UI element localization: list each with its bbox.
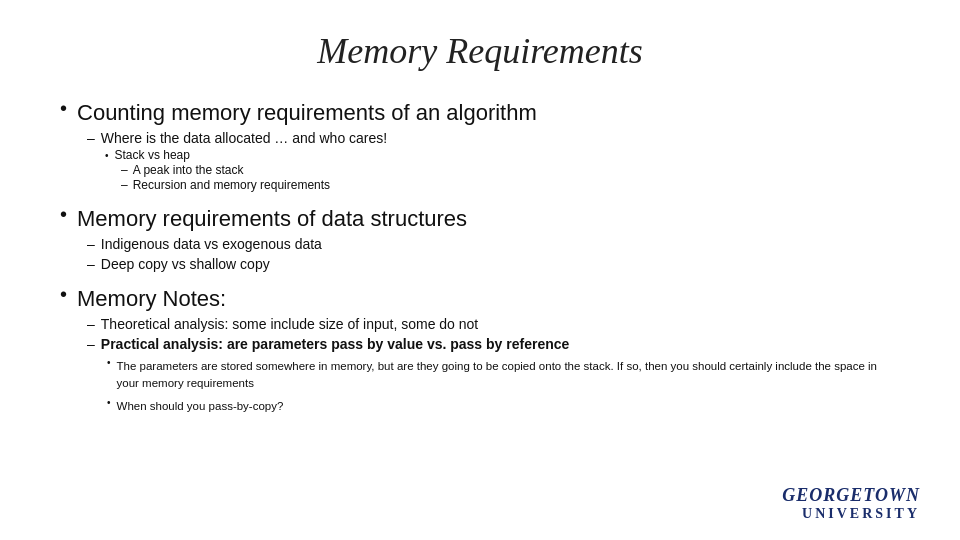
bullet-1-sub1: – Where is the data allocated … and who … [87, 130, 900, 146]
logo-georgetown: GEORGETOWN [782, 485, 920, 506]
slide: Memory Requirements • Counting memory re… [0, 0, 960, 540]
bullet-1: • Counting memory requirements of an alg… [60, 100, 900, 192]
bullet-3-sub1: – Theoretical analysis: some include siz… [87, 316, 900, 332]
bullet-2-sub2-text: Deep copy vs shallow copy [101, 256, 270, 272]
bullet-3-sub2-text: Practical analysis: are parameters pass … [101, 336, 570, 352]
bullet-3-dot: • [60, 283, 67, 306]
bullet-2-sub1: – Indigenous data vs exogenous data [87, 236, 900, 252]
bullet-2: • Memory requirements of data structures… [60, 206, 900, 272]
slide-title: Memory Requirements [60, 30, 900, 72]
bullet-3-para2-container: • When should you pass-by-copy? [107, 395, 900, 415]
bullet-1-subsub1-text: Stack vs heap [115, 148, 190, 162]
bullet-3-content: Memory Notes: – Theoretical analysis: so… [77, 286, 900, 415]
bullet-1-item1-text: A peak into the stack [133, 163, 244, 177]
logo: GEORGETOWN UNIVERSITY [782, 485, 920, 522]
bullet-2-dot: • [60, 203, 67, 226]
bullet-1-item2: – Recursion and memory requirements [121, 178, 900, 192]
bullet-3-main: Memory Notes: [77, 286, 226, 311]
bullet-3-para1-container: • The parameters are stored somewhere in… [107, 355, 900, 393]
bullet-3-para2: When should you pass-by-copy? [117, 398, 284, 415]
bullet-2-sub2: – Deep copy vs shallow copy [87, 256, 900, 272]
bullet-1-item2-text: Recursion and memory requirements [133, 178, 330, 192]
content-area: • Counting memory requirements of an alg… [60, 100, 900, 415]
bullet-3-sub1-text: Theoretical analysis: some include size … [101, 316, 478, 332]
bullet-1-subsub1: • Stack vs heap [105, 148, 900, 162]
bullet-2-sub1-text: Indigenous data vs exogenous data [101, 236, 322, 252]
bullet-1-dot: • [60, 97, 67, 120]
bullet-3: • Memory Notes: – Theoretical analysis: … [60, 286, 900, 415]
bullet-1-sub1-text: Where is the data allocated … and who ca… [101, 130, 387, 146]
bullet-1-main: Counting memory requirements of an algor… [77, 100, 537, 125]
bullet-3-sub2: – Practical analysis: are parameters pas… [87, 336, 900, 352]
bullet-3-para1: The parameters are stored somewhere in m… [117, 358, 900, 393]
logo-university: UNIVERSITY [782, 506, 920, 522]
bullet-1-item1: – A peak into the stack [121, 163, 900, 177]
bullet-1-content: Counting memory requirements of an algor… [77, 100, 900, 192]
bullet-2-main: Memory requirements of data structures [77, 206, 467, 231]
bullet-2-content: Memory requirements of data structures –… [77, 206, 900, 272]
